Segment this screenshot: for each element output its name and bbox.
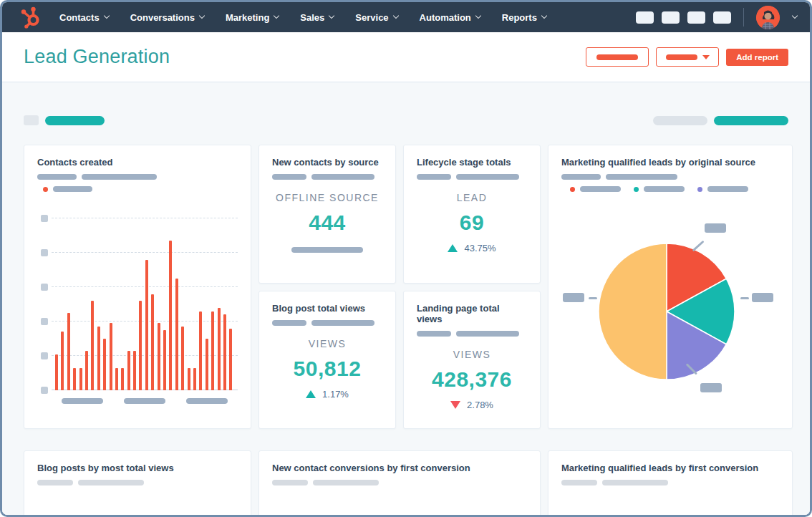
card-subtitle-placeholder [37,480,238,485]
nav-item-marketing[interactable]: Marketing [226,12,279,23]
nav-item-label: Sales [300,12,324,23]
dashboard-action-dropdown[interactable] [656,47,719,67]
bar [169,241,172,390]
bar [103,339,106,390]
nav-tool-button-4[interactable] [713,11,731,24]
legend-dot-orange [43,187,48,192]
stat-label: VIEWS [417,349,527,360]
bar [151,294,154,390]
pie-callout-top [705,223,726,233]
bar-chart[interactable] [37,203,238,391]
pie-legend [561,186,779,192]
dashboard-content: Contacts created [2,82,810,517]
legend-dot-purple [697,187,702,192]
card-subtitle-placeholder [561,480,779,485]
dashboard-action-button-1[interactable] [586,47,649,67]
stat-label: LEAD [417,192,527,203]
dashboard-row-2: Blog posts by most total views New conta… [24,450,788,517]
y-tick-placeholder [41,249,48,256]
bar [127,351,130,390]
chevron-down-icon [541,13,547,19]
bar [61,332,64,390]
bar [206,339,208,390]
bar [218,308,221,390]
nav-item-service[interactable]: Service [355,12,397,23]
app-window: Contacts Conversations Marketing Sales S… [0,0,812,517]
nav-item-label: Marketing [226,12,269,23]
bar-chart-plot [52,203,238,391]
bar [211,311,214,390]
stat-value: 444 [272,211,382,235]
stat-delta: 43.75% [417,243,527,253]
card-blog-post-total-views: Blog post total views VIEWS 50,812 1.17% [258,291,396,430]
pie-slice-yellow[interactable] [599,243,667,380]
nav-item-sales[interactable]: Sales [300,12,334,23]
pie-callout-bottom [700,383,722,392]
filter-icon[interactable] [24,115,39,125]
card-title: New contacts by source [272,157,382,168]
chevron-down-icon [475,13,481,19]
bar [121,368,124,390]
hubspot-logo-icon[interactable] [18,5,42,29]
delta-text: 1.17% [322,389,349,400]
header-actions: Add report [586,47,788,67]
page-header: Lead Generation Add report [2,32,810,82]
legend-dot-red [570,187,575,192]
nav-tool-button-1[interactable] [636,11,654,24]
card-subtitle-placeholder [272,174,382,180]
x-axis-labels [37,398,238,404]
bar [229,329,232,390]
pie-callout-right [752,293,773,302]
bar [199,311,202,390]
nav-item-conversations[interactable]: Conversations [130,12,204,23]
trend-up-icon [306,390,316,398]
card-subtitle-placeholder [417,174,527,180]
card-title: Blog posts by most total views [37,463,238,473]
bar [158,323,160,390]
chevron-down-icon [392,13,398,19]
top-navigation: Contacts Conversations Marketing Sales S… [2,2,810,32]
user-avatar[interactable] [756,6,780,29]
card-new-contacts-by-source: New contacts by source OFFLINE SOURCE 44… [258,145,396,284]
nav-item-label: Reports [502,12,537,23]
bar [115,368,118,390]
card-title: Lifecycle stage totals [417,157,527,168]
bar [97,327,100,390]
card-mql-by-original-source: Marketing qualified leads by original so… [548,145,793,429]
filter-chip-right-teal[interactable] [714,116,788,125]
bar [110,323,112,390]
nav-tool-button-2[interactable] [662,11,680,24]
pie-svg [595,240,738,383]
nav-item-contacts[interactable]: Contacts [59,12,109,23]
account-chevron-down-icon[interactable] [792,13,798,19]
nav-divider [743,8,744,26]
legend-label-placeholder [644,186,685,192]
nav-item-label: Conversations [130,12,195,23]
bar [91,301,94,390]
bar [223,314,226,390]
filter-chip-left[interactable] [45,116,105,125]
stat-value: 69 [417,211,527,235]
pie-callout-line [589,297,597,299]
nav-item-automation[interactable]: Automation [420,12,480,23]
add-report-button[interactable]: Add report [726,49,788,66]
bar [67,313,70,390]
bar [188,368,190,390]
card-subtitle-placeholder [272,320,382,326]
card-subtitle-placeholder [561,174,779,180]
bar [79,368,82,390]
stat-label: VIEWS [272,338,382,349]
button-label-placeholder [666,54,697,60]
card-new-contact-conversions: New contact conversions by first convers… [258,450,541,517]
filter-chip-right-gray[interactable] [653,116,707,125]
pie-chart[interactable] [561,195,779,410]
button-label-placeholder [596,54,638,60]
pie-callout-line [740,297,749,299]
nav-item-reports[interactable]: Reports [502,12,546,23]
bar [85,351,88,390]
caret-down-icon [702,55,710,59]
nav-tool-button-3[interactable] [687,11,705,24]
card-mql-by-first-conversion: Marketing qualified leads by first conve… [548,450,793,517]
card-lifecycle-stage-totals: Lifecycle stage totals LEAD 69 43.75% [403,145,541,284]
y-tick-placeholder [41,284,48,291]
